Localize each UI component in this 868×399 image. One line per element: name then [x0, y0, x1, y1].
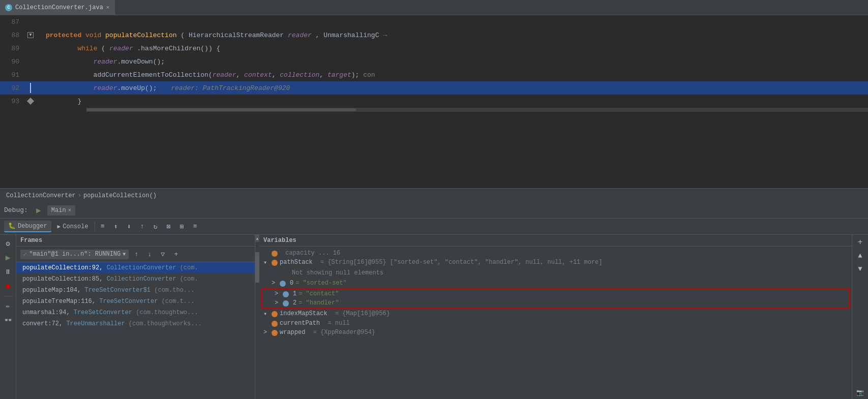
debug-hint-reader: reader: PathTrackingReader@920 — [171, 84, 290, 92]
var-add-icon[interactable]: + — [855, 237, 866, 248]
debug-session-label: Main — [51, 207, 66, 214]
var-scroll-down-icon[interactable]: ▼ — [855, 263, 866, 274]
var-camera-icon[interactable]: 📷 — [855, 387, 866, 398]
debug-tab-main[interactable]: Main × — [47, 205, 75, 216]
debug-main: ⚙ ▶ ⏸ ⏹ ✏ 👓 Frames ✓ "main"@1 in...n": R… — [0, 235, 868, 399]
frame-5-pkg: (com.thoughtwo... — [136, 309, 198, 316]
horizontal-scrollbar[interactable] — [86, 108, 868, 112]
line-number-92: 92 — [0, 84, 25, 92]
index-2-icon — [283, 300, 289, 306]
frame-item-5[interactable]: unmarshal:94, TreeSetConverter (com.thou… — [16, 307, 255, 318]
code-line-90: 90 reader.moveDown(); — [0, 55, 868, 68]
code-line-89: 89 while ( reader .hasMoreChildren()) { — [0, 42, 868, 55]
frames-filter-icon[interactable]: ▽ — [157, 249, 168, 260]
indexmapstack-expand[interactable]: ▾ — [263, 310, 270, 318]
frame-item-4[interactable]: populateTreeMap:116, TreeSetConverter (c… — [16, 296, 255, 307]
evaluate-icon[interactable]: ⊠ — [163, 221, 174, 232]
debugger-tab[interactable]: 🐛 Debugger — [4, 221, 51, 232]
gutter-92 — [25, 83, 36, 93]
watch-icon[interactable]: ⊞ — [176, 221, 188, 232]
run-config-label: "main"@1 in...n": RUNNING — [29, 251, 121, 258]
index-1-expand[interactable]: > — [275, 290, 281, 297]
frame-5-class: TreeSetConverter — [74, 309, 132, 316]
tab-filename: CollectionConverter.java — [15, 4, 103, 11]
scroll-track — [255, 242, 259, 399]
frame-item-3[interactable]: populateMap:104, TreeSetConverter$1 (com… — [16, 285, 255, 296]
settings-icon[interactable]: ≡ — [97, 221, 108, 232]
index-2-expand[interactable]: > — [275, 299, 281, 306]
frames-icon[interactable]: ≡ — [190, 221, 201, 232]
frame-item-2[interactable]: populateCollection:85, CollectionConvert… — [16, 273, 255, 285]
code-line-87: 87 — [0, 15, 868, 28]
console-label: Console — [63, 223, 88, 230]
pause-left-icon[interactable]: ⏸ — [3, 266, 14, 278]
index-0-expand[interactable]: > — [272, 280, 278, 287]
variables-list: capacity ... 16 ▾ pathStack = {String[16… — [259, 247, 852, 399]
code-line-93: 93 } — [0, 95, 868, 108]
debug-toolbar: Debug: ▶ Main × — [0, 202, 868, 219]
wrapped-expand[interactable]: > — [263, 329, 270, 336]
frames-down-icon[interactable]: ↓ — [144, 249, 155, 260]
breakpoint-arrow-88: ▼ — [27, 32, 34, 38]
breakpoint-diamond-93 — [27, 98, 34, 105]
scroll-up-btn[interactable]: ▲ — [255, 235, 259, 242]
var-currentpath: currentPath = null — [259, 319, 852, 328]
console-tab[interactable]: ▶ Console — [53, 222, 93, 232]
debug-session-close[interactable]: × — [68, 207, 72, 213]
var-wrapped: > wrapped = {XppReader@954} — [259, 328, 852, 337]
settings-left-icon[interactable]: ⚙ — [3, 238, 14, 249]
step-out-icon[interactable]: ↑ — [137, 221, 148, 232]
frame-item-active[interactable]: populateCollection:92, CollectionConvert… — [16, 262, 255, 273]
run-config-arrow[interactable]: ▼ — [123, 252, 126, 257]
frames-up-icon[interactable]: ↑ — [131, 249, 142, 260]
variables-right-icons: + ▲ ▼ 📷 👓 — [852, 235, 868, 399]
frame-active-pkg: (com. — [180, 264, 198, 271]
line-number-87: 87 — [0, 18, 25, 26]
script-left-icon[interactable]: ✏ — [3, 300, 14, 312]
frames-add-icon[interactable]: + — [170, 249, 182, 260]
run-check-icon: ✓ — [23, 251, 27, 258]
breadcrumb-separator: › — [78, 192, 81, 199]
scroll-thumb[interactable] — [255, 252, 259, 283]
var-scroll-up-icon[interactable]: ▲ — [855, 250, 866, 261]
debugger-icon: 🐛 — [8, 222, 16, 230]
keyword-void: void — [85, 32, 101, 39]
frames-header: Frames — [16, 235, 255, 247]
frame-item-6[interactable]: convert:72, TreeUnmarshaller (com.though… — [16, 318, 255, 329]
run-to-cursor-icon[interactable]: ↻ — [150, 221, 161, 232]
resume-left-icon[interactable]: ▶ — [3, 252, 14, 263]
debug-panel: Debug: ▶ Main × 🐛 Debugger ▶ Console ≡ ⬆… — [0, 202, 868, 399]
debug-label: Debug: — [4, 206, 28, 214]
scrollbar-thumb[interactable] — [86, 108, 356, 111]
wrapped-icon — [272, 330, 278, 336]
gutter-93 — [25, 99, 36, 104]
stop-left-icon[interactable]: ⏹ — [3, 281, 14, 292]
tab-close-button[interactable]: × — [106, 5, 110, 11]
gutter-88: ▼ — [25, 32, 36, 38]
var-index-1: > 1 = "contact" — [262, 289, 849, 298]
resume-icon[interactable]: ▶ — [33, 205, 44, 216]
frame-2-pkg: (com. — [180, 275, 198, 283]
tab-file-icon: C — [5, 4, 12, 11]
variables-label: Variables — [263, 237, 296, 244]
run-config-dropdown[interactable]: ✓ "main"@1 in...n": RUNNING ▼ — [20, 250, 129, 259]
breadcrumb-class: CollectionConverter — [6, 192, 76, 199]
code-lines: 87 88 ▼ protected void populateCollectio… — [0, 15, 868, 108]
pathstack-expand[interactable]: ▾ — [263, 259, 270, 266]
code-line-92: 92 reader.moveUp(); reader: PathTracking… — [0, 81, 868, 95]
step-over-icon[interactable]: ⬆ — [110, 221, 122, 232]
capacity-icon — [272, 251, 278, 257]
glasses-left-icon[interactable]: 👓 — [3, 315, 14, 326]
frames-scrollbar[interactable]: ▲ ▼ — [255, 235, 259, 399]
breadcrumb-method: populateCollection() — [83, 192, 157, 199]
left-icon-separator — [4, 296, 13, 296]
editor-area: 87 88 ▼ protected void populateCollectio… — [0, 15, 868, 188]
editor-tab[interactable]: C CollectionConverter.java × — [0, 0, 115, 15]
variables-header: Variables — [259, 235, 852, 247]
frame-6-text: convert:72, — [22, 320, 66, 327]
frame-6-pkg: (com.thoughtworks... — [129, 320, 202, 327]
frame-active-class: CollectionConverter — [107, 264, 176, 271]
step-into-icon[interactable]: ⬇ — [124, 221, 135, 232]
var-index-2: > 2 = "handler" — [262, 298, 849, 308]
frame-4-text: populateTreeMap:116, — [22, 298, 99, 305]
